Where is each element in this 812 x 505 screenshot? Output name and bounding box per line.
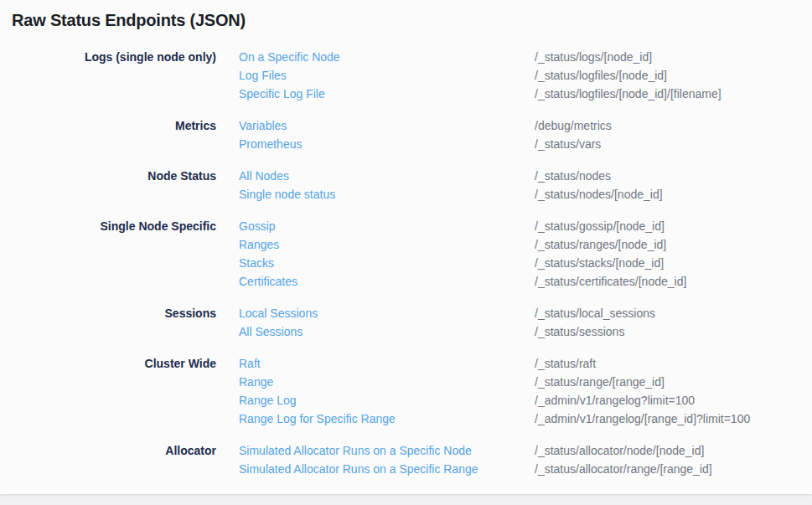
endpoint-link[interactable]: Single node status — [239, 185, 512, 204]
endpoint-link[interactable]: Stacks — [239, 254, 512, 272]
endpoint-path: /_status/allocator/range/[range_id] — [535, 460, 812, 478]
endpoint-path: /_status/gossip/[node_id] — [535, 217, 812, 235]
endpoint-link[interactable]: Gossip — [239, 217, 512, 235]
endpoint-path: /_status/vars — [535, 135, 812, 153]
endpoint-link[interactable]: Certificates — [239, 272, 512, 291]
endpoint-path: /debug/metrics — [535, 116, 812, 135]
endpoint-link[interactable]: Range — [239, 373, 512, 391]
endpoint-path: /_status/allocator/node/[node_id] — [535, 441, 812, 460]
endpoint-link[interactable]: All Nodes — [239, 167, 512, 185]
endpoint-link[interactable]: Prometheus — [239, 135, 512, 153]
section-category-label: Allocator — [0, 441, 216, 460]
endpoint-link[interactable]: Simulated Allocator Runs on a Specific R… — [239, 460, 512, 478]
endpoint-section: Logs (single node only)On a Specific Nod… — [0, 48, 812, 103]
section-category-label: Cluster Wide — [0, 354, 216, 373]
endpoint-link[interactable]: All Sessions — [239, 322, 512, 341]
page-title: Raw Status Endpoints (JSON) — [0, 0, 812, 30]
endpoint-link[interactable]: Local Sessions — [239, 304, 512, 322]
endpoint-path: /_status/nodes — [535, 167, 812, 185]
endpoint-path: /_status/ranges/[node_id] — [535, 235, 812, 254]
section-category-label: Single Node Specific — [0, 217, 216, 235]
page-footer-strip — [0, 494, 812, 505]
section-category-label: Metrics — [0, 116, 216, 135]
endpoint-path: /_status/local_sessions — [535, 304, 812, 322]
section-category-label: Node Status — [0, 167, 216, 185]
endpoint-link[interactable]: Specific Log File — [239, 85, 512, 103]
endpoint-section: Node StatusAll Nodes/_status/nodesSingle… — [0, 167, 812, 204]
endpoint-path: /_admin/v1/rangelog/[range_id]?limit=100 — [535, 410, 812, 428]
endpoint-section: AllocatorSimulated Allocator Runs on a S… — [0, 441, 812, 478]
endpoint-path: /_status/range/[range_id] — [535, 373, 812, 391]
endpoint-sections: Logs (single node only)On a Specific Nod… — [0, 30, 812, 478]
endpoint-link[interactable]: Variables — [239, 116, 512, 135]
section-category-label: Sessions — [0, 304, 216, 322]
endpoint-path: /_status/logfiles/[node_id]/[filename] — [535, 85, 812, 103]
endpoint-section: Single Node SpecificGossip/_status/gossi… — [0, 217, 812, 291]
endpoint-link[interactable]: Range Log for Specific Range — [239, 410, 512, 428]
endpoint-path: /_status/certificates/[node_id] — [535, 272, 812, 291]
endpoint-link[interactable]: Raft — [239, 354, 512, 373]
endpoint-path: /_status/nodes/[node_id] — [535, 185, 812, 204]
endpoint-path: /_status/logs/[node_id] — [535, 48, 812, 66]
endpoint-path: /_admin/v1/rangelog?limit=100 — [535, 391, 812, 410]
endpoint-section: SessionsLocal Sessions/_status/local_ses… — [0, 304, 812, 341]
endpoint-link[interactable]: Log Files — [239, 66, 512, 85]
endpoint-link[interactable]: Simulated Allocator Runs on a Specific N… — [239, 441, 512, 460]
section-category-label: Logs (single node only) — [0, 48, 216, 66]
endpoint-path: /_status/logfiles/[node_id] — [535, 66, 812, 85]
endpoint-path: /_status/sessions — [535, 322, 812, 341]
endpoint-link[interactable]: On a Specific Node — [239, 48, 512, 66]
endpoint-link[interactable]: Ranges — [239, 235, 512, 254]
endpoint-path: /_status/raft — [535, 354, 812, 373]
endpoint-path: /_status/stacks/[node_id] — [535, 254, 812, 272]
endpoint-link[interactable]: Range Log — [239, 391, 512, 410]
endpoint-section: MetricsVariables/debug/metricsPrometheus… — [0, 116, 812, 153]
endpoint-section: Cluster WideRaft/_status/raftRange/_stat… — [0, 354, 812, 428]
debug-page-panel: Raw Status Endpoints (JSON) Logs (single… — [0, 0, 812, 494]
